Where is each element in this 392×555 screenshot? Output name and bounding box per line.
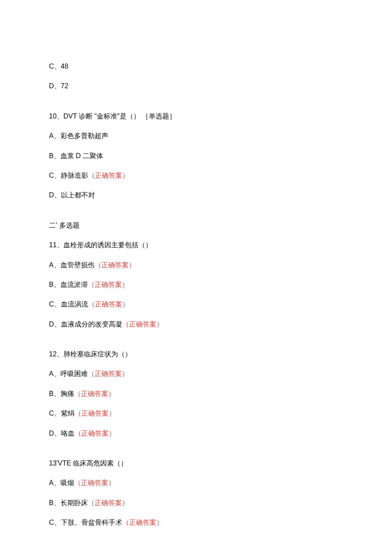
correct-answer-label: （正确答案） — [122, 321, 163, 328]
q13-option-b: B、长期卧床（正确答案） — [49, 498, 343, 508]
q10-option-c: C、静脉造影（正确答案） — [49, 171, 343, 180]
q11-stem: 11、血栓形成的诱因主要包括（） — [49, 240, 343, 250]
q11-option-d: D、血液成分的改变高凝（正确答案） — [49, 320, 343, 329]
q12-stem: 12、肺栓塞临床症状为（） — [49, 350, 343, 359]
spacer — [49, 101, 343, 112]
correct-answer-label: （正确答案） — [75, 410, 115, 417]
q13-option-c-text: C、下肢、骨盆骨科手术 — [49, 519, 122, 526]
q13-option-b-text: B、长期卧床 — [49, 499, 88, 506]
q10-option-d: D、以上都不对 — [49, 191, 343, 200]
q11-option-a-text: A、血管壁损伤 — [49, 261, 95, 269]
document-page: C、48 D、72 10、DVT 诊断 "金标准″是（） ［单选题］ A、彩色多… — [0, 0, 392, 555]
q10-stem: 10、DVT 诊断 "金标准″是（） ［单选题］ — [49, 112, 343, 121]
q12-option-a-text: A、呼吸困难 — [49, 370, 88, 377]
q11-option-c: C、血流涡流（正确答案） — [49, 300, 343, 309]
q13-stem: 13'VTE 临床高危因素（） — [49, 459, 343, 468]
q12-option-d: D、咯血（正确答案） — [49, 429, 343, 438]
q11-option-b: B、血流淤滞（正确答案） — [49, 280, 343, 289]
q11-option-a: A、血管壁损伤（正确答案） — [49, 260, 343, 270]
spacer — [49, 448, 343, 459]
spacer — [49, 339, 343, 350]
q10-option-c-text: C、静脉造影 — [49, 172, 88, 179]
q11-option-b-text: B、血流淤滞 — [49, 281, 88, 288]
correct-answer-label: （正确答案） — [95, 261, 135, 269]
section-2-heading: 二' 多选题 — [49, 221, 343, 230]
correct-answer-label: （正确答案） — [74, 390, 115, 397]
q12-option-a: A、呼吸困难（正确答案） — [49, 369, 343, 379]
q13-option-a: A、吸烟（正确答案） — [49, 478, 343, 488]
q11-option-c-text: C、血流涡流 — [49, 301, 88, 308]
correct-answer-label: （正确答案） — [88, 281, 129, 288]
q12-option-c: C、紫绢（正确答案） — [49, 409, 343, 418]
q9-option-d: D、72 — [49, 81, 343, 91]
q10-option-a: A、彩色多普勒超声 — [49, 131, 343, 141]
correct-answer-label: （正确答案） — [122, 519, 163, 526]
correct-answer-label: （正确答案） — [88, 370, 129, 377]
correct-answer-label: （正确答案） — [88, 499, 129, 506]
q11-option-d-text: D、血液成分的改变高凝 — [49, 321, 122, 328]
q13-option-a-text: A、吸烟 — [49, 479, 74, 486]
q12-option-b: B、胸痛（正确答案） — [49, 389, 343, 399]
spacer — [49, 211, 343, 221]
correct-answer-label: （正确答案） — [88, 172, 129, 179]
q12-option-d-text: D、咯血 — [49, 430, 75, 437]
correct-answer-label: （正确答案） — [74, 479, 115, 486]
correct-answer-label: （正确答案） — [75, 430, 115, 437]
q13-option-c: C、下肢、骨盆骨科手术（正确答案） — [49, 518, 343, 527]
correct-answer-label: （正确答案） — [88, 301, 129, 308]
q12-option-b-text: B、胸痛 — [49, 390, 74, 397]
q10-option-b: B、血浆 D 二聚体 — [49, 151, 343, 161]
q12-option-c-text: C、紫绢 — [49, 410, 75, 417]
q9-option-c: C、48 — [49, 62, 343, 71]
